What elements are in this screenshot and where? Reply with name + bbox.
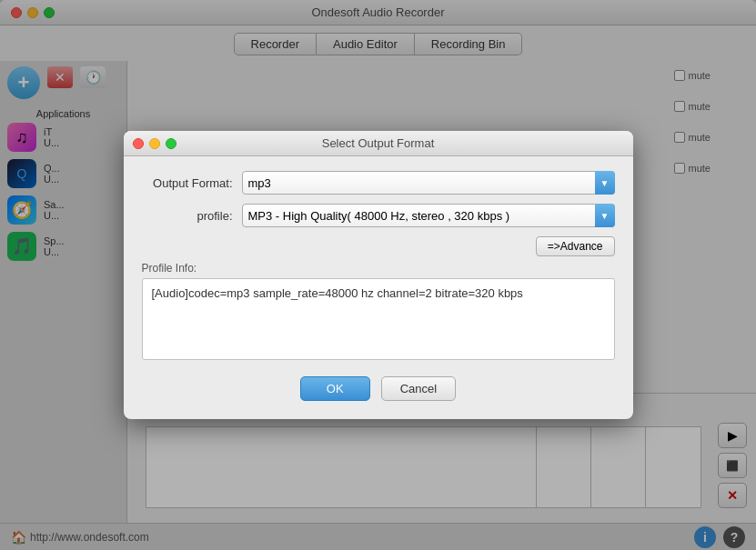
profile-select[interactable]: MP3 - High Quality( 48000 Hz, stereo , 3… (242, 204, 615, 227)
modal-overlay: Select Output Format Output Format: mp3 … (0, 0, 756, 550)
output-format-row: Output Format: mp3 ▼ (142, 171, 615, 195)
main-window: Ondesoft Audio Recorder Recorder Audio E… (0, 0, 756, 550)
modal-buttons: OK Cancel (142, 369, 615, 405)
cancel-button[interactable]: Cancel (381, 376, 456, 401)
profile-info-label: Profile Info: (142, 262, 615, 275)
advance-button[interactable]: =>Advance (536, 236, 615, 256)
modal-maximize-button[interactable] (166, 138, 176, 149)
modal-close-button[interactable] (133, 138, 144, 149)
output-format-label: Output Format: (142, 176, 242, 190)
profile-label: profile: (142, 209, 242, 223)
profile-info-section: Profile Info: [Audio]codec=mp3 sample_ra… (142, 262, 615, 360)
advance-row: =>Advance (142, 236, 615, 256)
modal-title-bar: Select Output Format (124, 131, 633, 156)
profile-info-box: [Audio]codec=mp3 sample_rate=48000 hz ch… (142, 278, 615, 360)
modal-title: Select Output Format (322, 136, 435, 150)
profile-row: profile: MP3 - High Quality( 48000 Hz, s… (142, 204, 615, 227)
output-format-wrapper: mp3 ▼ (242, 171, 615, 195)
modal-minimize-button[interactable] (149, 138, 160, 149)
ok-button[interactable]: OK (300, 376, 370, 401)
output-format-select[interactable]: mp3 (242, 171, 615, 195)
modal-body: Output Format: mp3 ▼ profile: MP3 - High… (124, 156, 633, 419)
modal-traffic-lights (133, 138, 176, 149)
modal-window: Select Output Format Output Format: mp3 … (124, 131, 633, 419)
profile-wrapper: MP3 - High Quality( 48000 Hz, stereo , 3… (242, 204, 615, 227)
